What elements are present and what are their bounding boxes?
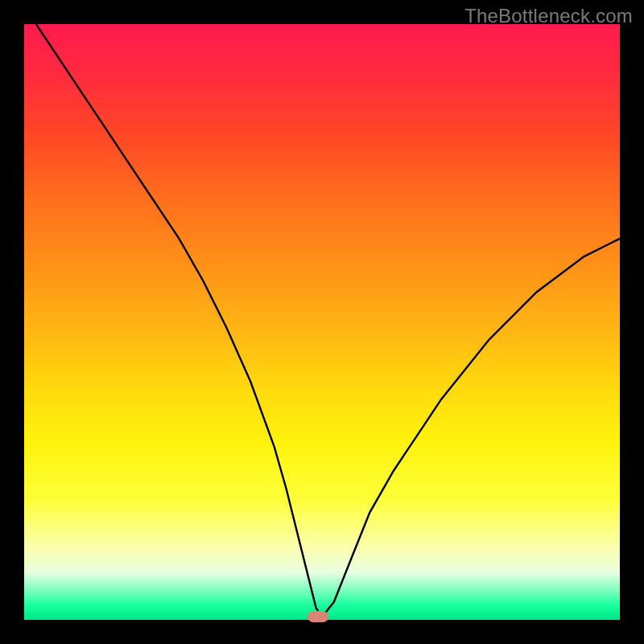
plot-area: [24, 24, 620, 620]
watermark-text: TheBottleneck.com: [464, 5, 633, 27]
chart-frame: TheBottleneck.com: [0, 0, 644, 644]
minimum-marker: [308, 611, 328, 622]
bottleneck-curve: [24, 24, 620, 620]
